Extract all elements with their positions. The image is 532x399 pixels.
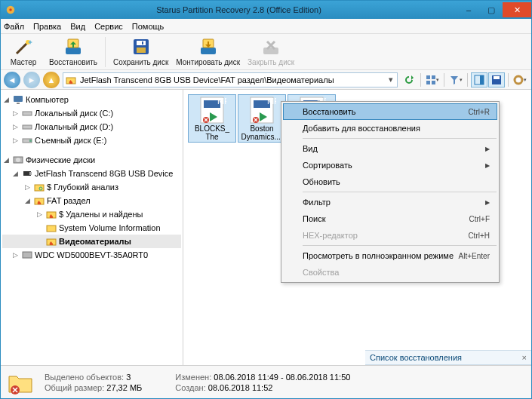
tree-local-d[interactable]: ▷Локальный диск (D:): [2, 120, 181, 134]
svg-rect-8: [142, 41, 143, 45]
ctx-search[interactable]: ПоискCtrl+F: [283, 210, 497, 227]
ctx-refresh[interactable]: Обновить: [283, 173, 497, 190]
refresh-button[interactable]: [401, 72, 417, 87]
svg-rect-9: [201, 48, 216, 54]
svg-point-1: [9, 8, 12, 11]
ctx-fullscreen[interactable]: Просмотреть в полноэкранном режимеAlt+En…: [283, 247, 497, 264]
video-file-icon: MP4: [198, 96, 226, 124]
recovery-close-icon[interactable]: ×: [522, 353, 527, 362]
folder-fire-icon: [46, 236, 57, 247]
navbar: ◄ ► ▲ ▾ ▾ ▾ ▾: [1, 70, 531, 90]
ctx-sort[interactable]: Сортировать▶: [283, 157, 497, 173]
recover-icon: [63, 37, 83, 57]
ctx-add-recover[interactable]: Добавить для восстановления: [283, 120, 497, 137]
tree-wdc[interactable]: ▷WDC WD5000BEVT-35A0RT0: [2, 248, 181, 262]
menu-edit[interactable]: Правка: [33, 22, 61, 31]
tree-physical[interactable]: ◢Физические диски: [2, 153, 181, 167]
menu-help[interactable]: Помощь: [132, 22, 165, 31]
app-icon: [5, 5, 16, 15]
size-label: Общий размер:: [45, 383, 106, 392]
folder-icon: [46, 223, 57, 233]
tree-deep-analysis[interactable]: ▷$ Глубокий анализ: [2, 180, 181, 194]
up-button[interactable]: ▲: [43, 72, 60, 88]
save-disk-button[interactable]: Сохранить диск: [113, 37, 168, 66]
tree-deleted[interactable]: ▷$ Удалены и найдены: [2, 207, 181, 221]
close-button[interactable]: ✕: [503, 2, 531, 17]
drive-icon: [22, 108, 32, 118]
svg-rect-15: [426, 81, 430, 84]
ctx-properties: Свойства: [283, 264, 497, 281]
nav-tools: ▾ ▾ ▾: [401, 72, 528, 87]
floppy-icon: [491, 75, 502, 85]
modified-value: 08.06.2018 11:49 - 08.06.2018 11:50: [214, 373, 350, 382]
tree-svi[interactable]: System Volume Information: [2, 221, 181, 235]
menu-file[interactable]: Файл: [4, 22, 24, 31]
grid-icon: [426, 75, 436, 85]
tree-removable-e[interactable]: ▷Съемный диск (E:): [2, 134, 181, 147]
tree-jetflash[interactable]: ◢JetFlash Transcend 8GB USB Device: [2, 167, 181, 180]
svg-point-22: [517, 78, 520, 81]
recovery-list-toggle[interactable]: [488, 72, 505, 87]
computer-icon: [13, 94, 23, 105]
created-value: 08.06.2018 11:52: [208, 383, 273, 392]
close-disk-button: Закрыть диск: [248, 37, 294, 66]
context-menu: ВосстановитьCtrl+R Добавить для восстано…: [281, 101, 500, 283]
refresh-icon: [404, 75, 414, 85]
ctx-recover[interactable]: ВосстановитьCtrl+R: [283, 103, 497, 120]
ctx-filter[interactable]: Фильтр▶: [283, 194, 497, 210]
svg-rect-14: [432, 75, 435, 79]
toolbar: Мастер Восстановить Сохранить диск Монти…: [1, 34, 531, 70]
tree-video[interactable]: Видеоматериалы: [2, 235, 181, 248]
window-title: Starus Partition Recovery 2.8 (Office Ed…: [20, 5, 457, 14]
recover-button[interactable]: Восстановить: [49, 37, 97, 66]
usb-icon: [22, 168, 32, 179]
file-item[interactable]: MP4 Boston Dynamics....: [238, 94, 286, 143]
svg-point-30: [16, 158, 20, 162]
hdd-icon: [13, 155, 23, 165]
minimize-button[interactable]: –: [457, 2, 480, 17]
svg-rect-13: [426, 75, 430, 79]
drive-icon: [22, 121, 32, 132]
address-bar[interactable]: ▾: [63, 72, 398, 87]
ctx-view[interactable]: Вид▶: [283, 140, 497, 157]
forward-button[interactable]: ►: [23, 72, 40, 88]
preview-toggle[interactable]: [471, 72, 487, 87]
svg-rect-20: [494, 76, 500, 79]
maximize-button[interactable]: ▢: [480, 2, 503, 17]
folder-deleted-icon: [7, 369, 34, 396]
save-disk-icon: [131, 37, 151, 57]
tree-local-c[interactable]: ▷Локальный диск (C:): [2, 106, 181, 120]
usb-drive-icon: [22, 135, 32, 146]
address-dropdown[interactable]: ▾: [385, 75, 397, 84]
tree-panel[interactable]: ◢Компьютер ▷Локальный диск (C:) ▷Локальн…: [1, 90, 183, 365]
selected-value: 3: [126, 373, 131, 382]
back-button[interactable]: ◄: [4, 72, 20, 88]
hdd-icon: [22, 250, 32, 260]
address-input[interactable]: [78, 73, 385, 87]
tree-fat[interactable]: ◢FAT раздел: [2, 194, 181, 207]
funnel-icon: [449, 75, 460, 85]
filter-button[interactable]: ▾: [447, 72, 464, 87]
folder-fire-icon: [66, 75, 76, 85]
recovery-title: Список восстановления: [370, 353, 462, 362]
wizard-button[interactable]: Мастер: [5, 37, 42, 66]
toolbar-separator: [105, 37, 106, 67]
recovery-panel-header[interactable]: Список восстановления ×: [365, 350, 531, 365]
menu-view[interactable]: Вид: [70, 22, 85, 31]
svg-rect-24: [17, 103, 20, 104]
svg-rect-26: [23, 125, 32, 129]
svg-text:MP4: MP4: [267, 97, 276, 106]
selected-label: Выделено объектов:: [45, 373, 126, 382]
svg-rect-23: [14, 96, 23, 102]
mount-disk-button[interactable]: Монтировать диск: [176, 37, 240, 66]
size-value: 27,32 МБ: [106, 383, 142, 392]
file-item[interactable]: MP4 BLOCKS_ The instrument ...: [188, 94, 236, 143]
modified-label: Изменен:: [175, 373, 214, 382]
ctx-hex: HEX-редакторCtrl+H: [283, 227, 497, 244]
tree-computer[interactable]: ◢Компьютер: [2, 93, 181, 106]
preview-icon: [474, 75, 484, 85]
options-button[interactable]: ▾: [512, 72, 528, 87]
menu-service[interactable]: Сервис: [94, 22, 123, 31]
svg-rect-28: [29, 140, 32, 142]
view-mode-button[interactable]: ▾: [424, 72, 441, 87]
